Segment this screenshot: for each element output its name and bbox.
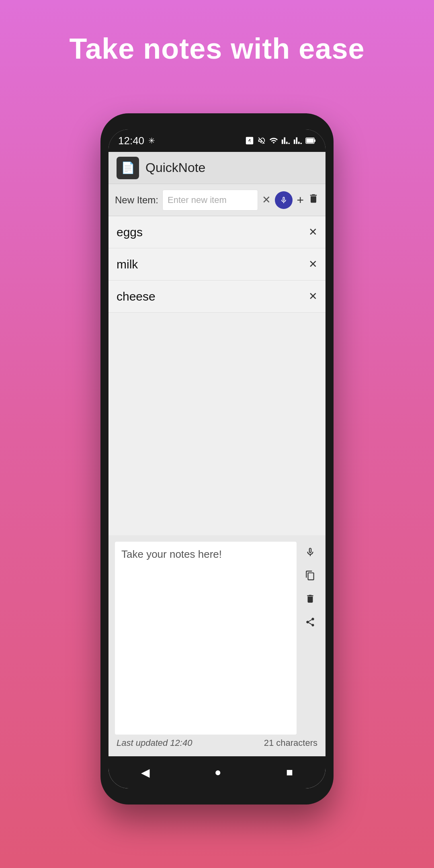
list-item-text: milk [117, 258, 138, 271]
battery-icon [305, 136, 316, 145]
wifi-icon [269, 136, 278, 145]
share-icon [305, 617, 315, 627]
copy-icon [305, 570, 315, 581]
status-right [245, 136, 316, 145]
status-bar: 12:40 ✳ [108, 129, 326, 152]
mute-icon [257, 136, 266, 145]
notes-delete-button[interactable] [301, 590, 319, 608]
character-count: 21 characters [264, 738, 317, 748]
add-item-button[interactable]: + [297, 193, 304, 207]
home-button[interactable]: ● [215, 766, 221, 779]
new-item-label: New Item: [115, 194, 158, 206]
input-row: New Item: Enter new item ✕ + [108, 184, 326, 216]
windmill-icon: ✳ [148, 136, 155, 145]
remove-cheese-button[interactable]: ✕ [309, 290, 317, 303]
phone-screen: 12:40 ✳ [108, 129, 326, 788]
notes-placeholder: Take your notes here! [121, 548, 222, 560]
app-title: QuickNote [145, 160, 205, 175]
trash-icon-header [308, 193, 319, 204]
list-item: milk ✕ [108, 248, 326, 280]
phone-device: 12:40 ✳ [100, 113, 334, 805]
mic-input-button[interactable] [275, 191, 293, 209]
list-empty-area [108, 313, 326, 535]
list-item-text: cheese [117, 290, 156, 303]
notes-footer: Last updated 12:40 21 characters [115, 735, 319, 750]
app-bar: 📄 QuickNote [108, 152, 326, 184]
list-item: eggs ✕ [108, 216, 326, 248]
new-item-placeholder: Enter new item [168, 195, 227, 205]
svg-rect-1 [314, 139, 315, 142]
notes-mic-button[interactable] [301, 543, 319, 561]
signal2-icon [293, 136, 302, 145]
remove-milk-button[interactable]: ✕ [309, 258, 317, 270]
clear-input-button[interactable]: ✕ [262, 194, 271, 206]
app-icon: 📄 [117, 157, 139, 179]
share-button[interactable] [301, 613, 319, 631]
list-item: cheese ✕ [108, 280, 326, 313]
list-item-text: eggs [117, 225, 143, 239]
delete-all-button[interactable] [308, 193, 319, 207]
back-button[interactable]: ◀ [141, 766, 150, 779]
note-icon: 📄 [121, 161, 135, 174]
nav-bar: ◀ ● ■ [108, 756, 326, 788]
new-item-input[interactable]: Enter new item [162, 190, 258, 211]
notes-textarea[interactable]: Take your notes here! [115, 542, 297, 735]
svg-rect-2 [307, 139, 314, 143]
notes-actions [301, 542, 319, 735]
status-time: 12:40 [118, 135, 144, 147]
page-title: Take notes with ease [70, 32, 365, 65]
list-area: eggs ✕ milk ✕ cheese ✕ Take your notes h… [108, 216, 326, 756]
remove-eggs-button[interactable]: ✕ [309, 226, 317, 238]
notes-row: Take your notes here! [115, 542, 319, 735]
last-updated-label: Last updated 12:40 [117, 738, 192, 748]
copy-button[interactable] [301, 567, 319, 584]
notes-mic-icon [305, 547, 315, 557]
notes-section: Take your notes here! [108, 535, 326, 756]
status-left: 12:40 ✳ [118, 135, 155, 147]
mic-icon [280, 196, 288, 204]
recent-apps-button[interactable]: ■ [286, 766, 293, 779]
notes-trash-icon [305, 594, 315, 604]
nfc-icon [245, 136, 254, 145]
signal1-icon [281, 136, 290, 145]
